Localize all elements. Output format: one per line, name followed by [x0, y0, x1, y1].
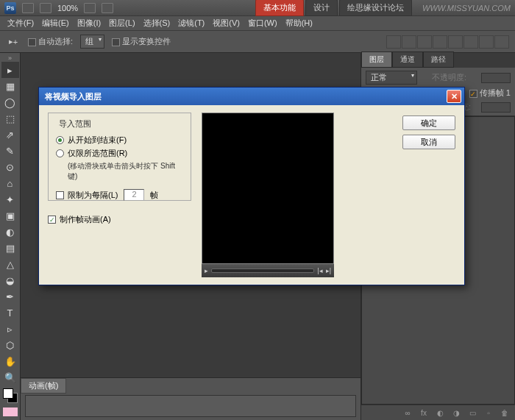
type-tool[interactable]: T [1, 305, 19, 321]
distribute-h-icon[interactable] [479, 35, 494, 49]
close-icon[interactable]: ✕ [447, 90, 461, 103]
show-transform-checkbox[interactable]: 显示变换控件 [112, 36, 171, 47]
menu-file[interactable]: 文件(F) [4, 16, 37, 30]
adjustment-layer-icon[interactable]: ◑ [450, 407, 462, 418]
heal-tool[interactable]: ⊙ [1, 159, 19, 175]
group-icon[interactable]: ▭ [466, 407, 478, 418]
align-center-icon[interactable] [402, 35, 416, 49]
blend-mode-dropdown[interactable]: 正常 [366, 71, 417, 85]
new-layer-icon[interactable]: ▫ [483, 407, 494, 418]
limit-value-input[interactable]: 2 [124, 189, 144, 201]
marquee-tool[interactable]: ▦ [1, 78, 19, 94]
menu-view[interactable]: 视图(V) [210, 16, 243, 30]
menu-help[interactable]: 帮助(H) [283, 16, 316, 30]
menu-window[interactable]: 窗口(W) [245, 16, 280, 30]
zoom-tool[interactable]: 🔍 [1, 369, 19, 385]
propagate-checkbox[interactable]: 传播帧 1 [469, 88, 511, 99]
auto-select-target[interactable]: 组 [80, 35, 104, 49]
preview-in-icon[interactable]: |◂ [317, 267, 322, 274]
shape-tool[interactable]: ⬡ [1, 337, 19, 353]
align-middle-icon[interactable] [448, 35, 463, 49]
distribute-v-icon[interactable] [494, 35, 509, 49]
radio-icon [56, 136, 64, 144]
dialog-title: 将视频导入图层 [45, 91, 102, 102]
layer-style-icon[interactable]: fx [418, 407, 430, 418]
color-swatches[interactable] [3, 388, 18, 403]
fill-field[interactable] [481, 102, 511, 113]
range-hint: (移动滑块或单击箭头时按下 Shift 键) [68, 161, 183, 182]
preview-video-area [202, 113, 334, 264]
preview-controls: ▸ |◂ ▸| [202, 264, 334, 277]
toolbox-collapse-icon[interactable]: » [0, 54, 20, 62]
radio-full-range[interactable]: 从开始到结束(F) [56, 135, 183, 146]
layers-tab[interactable]: 图层 [361, 51, 392, 68]
eraser-tool[interactable]: ◐ [1, 224, 19, 240]
delete-layer-icon[interactable]: 🗑 [499, 407, 511, 418]
ps-logo: Ps [4, 2, 16, 14]
workspace-tab-design[interactable]: 设计 [305, 0, 338, 16]
limit-frames-checkbox[interactable]: 限制为每隔(L) 2 帧 [56, 189, 183, 201]
paths-tab[interactable]: 路径 [423, 51, 454, 68]
align-bottom-icon[interactable] [464, 35, 478, 49]
radio-selected-range[interactable]: 仅限所选范围(R) [56, 148, 183, 159]
foreground-swatch[interactable] [3, 388, 13, 399]
cancel-button[interactable]: 取消 [402, 135, 455, 149]
import-video-dialog: 将视频导入图层 ✕ 导入范围 从开始到结束(F) 仅限所选范围(R) (移动滑块… [38, 87, 465, 285]
align-right-icon[interactable] [417, 35, 432, 49]
gradient-tool[interactable]: ▤ [1, 240, 19, 256]
workspace-tab-essentials[interactable]: 基本功能 [255, 0, 304, 16]
quick-select-tool[interactable]: ⬚ [1, 110, 19, 127]
video-preview: ▸ |◂ ▸| [202, 113, 334, 277]
hand-tool[interactable]: ✋ [1, 353, 19, 369]
move-tool-icon: ▸+ [6, 35, 21, 49]
eyedropper-tool[interactable]: ✎ [1, 143, 19, 159]
menu-select[interactable]: 选择(S) [141, 16, 174, 30]
menu-layer[interactable]: 图层(L) [106, 16, 138, 30]
options-bar: ▸+ 自动选择: 组 显示变换控件 [0, 31, 515, 53]
app-titlebar: Ps 100% 基本功能 设计 绘思缘设计论坛 WWW.MISSYUAN.COM [0, 0, 515, 16]
menu-filter[interactable]: 滤镜(T) [175, 16, 207, 30]
preview-out-icon[interactable]: ▸| [326, 267, 331, 274]
link-layers-icon[interactable]: ∞ [402, 407, 413, 418]
layer-mask-icon[interactable]: ◐ [434, 407, 446, 418]
opacity-label: 不透明度: [432, 72, 466, 83]
zoom-level[interactable]: 100% [57, 4, 78, 13]
toolbox: » ▸ ▦ ◯ ⬚ ⇗ ✎ ⊙ ⌂ ✦ ▣ ◐ ▤ △ ◒ ✒ T ▹ ⬡ ✋ … [0, 53, 21, 420]
align-top-icon[interactable] [433, 35, 447, 49]
animation-panel: 动画(帧) |◂ ◂ ▸ ▸| ⬡ ▫ 🗑 [21, 377, 360, 420]
checkbox-icon [56, 191, 64, 199]
animation-frames[interactable] [25, 395, 356, 417]
import-range-fieldset: 导入范围 从开始到结束(F) 仅限所选范围(R) (移动滑块或单击箭头时按下 S… [48, 113, 191, 201]
path-select-tool[interactable]: ▹ [1, 321, 19, 337]
quickmask-icon[interactable] [3, 407, 18, 416]
move-tool[interactable]: ▸ [1, 62, 19, 78]
extras-icon[interactable] [102, 3, 113, 13]
preview-scrubber[interactable] [211, 268, 314, 273]
watermark: WWW.MISSYUAN.COM [422, 4, 511, 13]
menu-edit[interactable]: 编辑(E) [39, 16, 72, 30]
menu-image[interactable]: 图像(I) [74, 16, 104, 30]
screen-mode-icon[interactable] [40, 3, 52, 13]
workspace-tab-forum[interactable]: 绘思缘设计论坛 [339, 0, 412, 16]
dodge-tool[interactable]: ◒ [1, 272, 19, 288]
preview-play-icon[interactable]: ▸ [205, 267, 208, 274]
radio-icon [56, 149, 64, 157]
import-range-legend: 导入范围 [56, 118, 94, 129]
arrange-icon[interactable] [84, 3, 96, 13]
make-frame-animation-checkbox[interactable]: 制作帧动画(A) [48, 214, 191, 225]
auto-select-checkbox[interactable]: 自动选择: [28, 36, 73, 47]
layout-icon[interactable] [22, 3, 34, 13]
history-brush-tool[interactable]: ▣ [1, 207, 19, 224]
pen-tool[interactable]: ✒ [1, 288, 19, 305]
opacity-field[interactable] [481, 73, 511, 83]
animation-tab[interactable]: 动画(帧) [21, 378, 66, 394]
stamp-tool[interactable]: ✦ [1, 191, 19, 207]
align-left-icon[interactable] [386, 35, 401, 49]
crop-tool[interactable]: ⇗ [1, 127, 19, 143]
ok-button[interactable]: 确定 [402, 115, 455, 130]
brush-tool[interactable]: ⌂ [1, 175, 19, 191]
channels-tab[interactable]: 通道 [392, 51, 423, 68]
blur-tool[interactable]: △ [1, 256, 19, 272]
dialog-titlebar[interactable]: 将视频导入图层 ✕ [39, 88, 464, 105]
lasso-tool[interactable]: ◯ [1, 94, 19, 110]
